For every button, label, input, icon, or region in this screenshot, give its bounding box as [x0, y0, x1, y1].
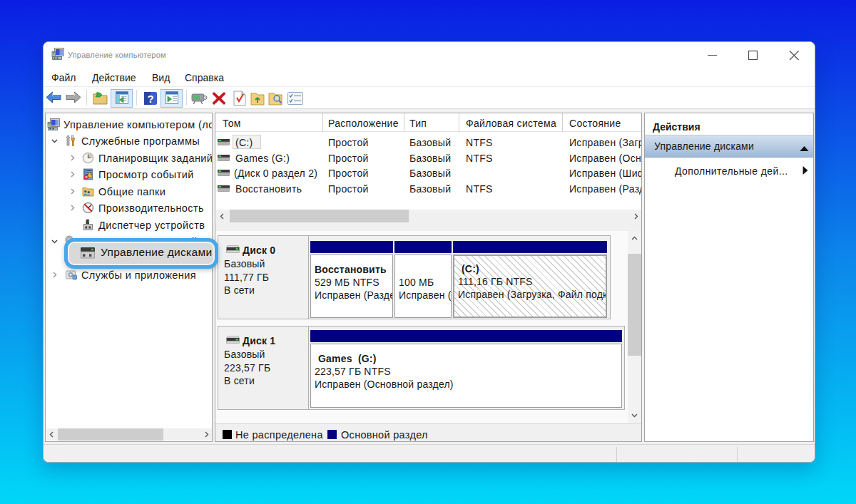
svg-text:?: ? — [147, 93, 153, 105]
